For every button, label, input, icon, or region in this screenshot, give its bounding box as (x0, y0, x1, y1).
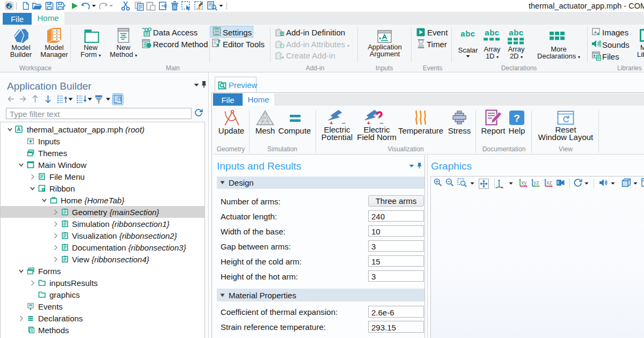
svg-text:xy: xy (521, 179, 527, 186)
svg-text:?: ? (514, 113, 520, 124)
svg-text:yz: yz (533, 179, 539, 186)
svg-text:xz: xz (546, 179, 552, 186)
